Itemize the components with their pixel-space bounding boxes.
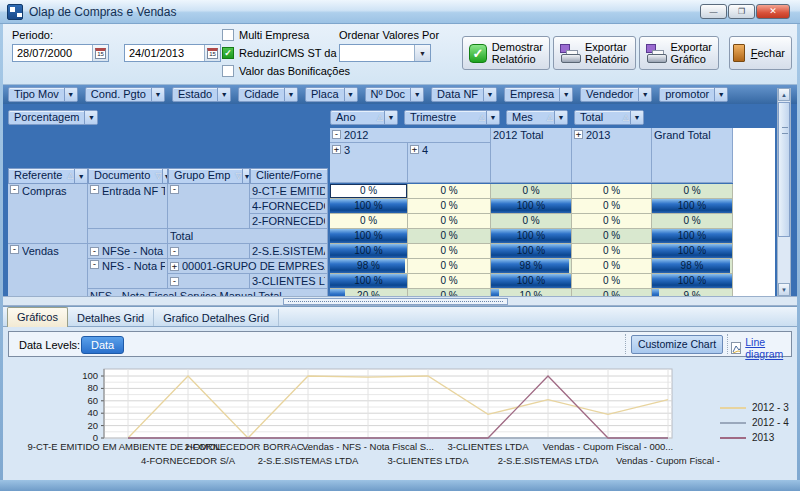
column-field-mes[interactable]: Mes△▼ bbox=[506, 110, 568, 125]
col-header-q3[interactable]: + 3 bbox=[330, 143, 408, 183]
pivot-value-cell[interactable]: 0 % bbox=[408, 229, 491, 244]
pivot-value-cell[interactable]: 0 % bbox=[572, 214, 652, 229]
pivot-value-cell[interactable]: 0 % bbox=[572, 244, 652, 259]
row-field-referente[interactable]: Referente△▼ bbox=[8, 168, 88, 184]
row-field-cliente-forne[interactable]: Cliente/Forne▽▼ bbox=[250, 168, 328, 184]
filter-button-n-doc[interactable]: Nº Doc▼ bbox=[365, 87, 425, 102]
pivot-value-cell[interactable]: 0 % bbox=[572, 184, 652, 199]
dropdown-arrow-icon[interactable]: ▼ bbox=[151, 88, 164, 101]
pivot-value-cell[interactable]: 0 % bbox=[572, 259, 652, 274]
col-header-grand-total[interactable]: Grand Total bbox=[652, 128, 733, 183]
collapse-icon[interactable]: - bbox=[90, 247, 99, 256]
pivot-row-label[interactable] bbox=[88, 229, 168, 244]
dropdown-arrow-icon[interactable]: ▼ bbox=[414, 45, 430, 61]
filter-button-empresa[interactable]: Empresa▼ bbox=[504, 87, 573, 102]
pivot-row-label[interactable]: -NFSe - Nota Fisca bbox=[88, 244, 168, 259]
pivot-value-cell[interactable]: 100 % bbox=[330, 274, 408, 289]
pivot-value-cell[interactable]: 0 % bbox=[652, 214, 733, 229]
dropdown-arrow-icon[interactable]: ▼ bbox=[483, 88, 496, 101]
filter-button-placa[interactable]: Placa▼ bbox=[305, 87, 358, 102]
pivot-row-label[interactable]: Total bbox=[168, 229, 328, 244]
pivot-value-cell[interactable]: 0 % bbox=[572, 229, 652, 244]
expand-icon[interactable]: + bbox=[170, 262, 179, 271]
pivot-row-label[interactable]: -Vendas bbox=[8, 244, 88, 296]
dropdown-arrow-icon[interactable]: ▼ bbox=[410, 88, 423, 101]
dropdown-arrow-icon[interactable]: ▼ bbox=[486, 111, 499, 124]
data-level-chip[interactable]: Data bbox=[81, 336, 124, 354]
filter-button-cidade[interactable]: Cidade▼ bbox=[238, 87, 298, 102]
customize-chart-button[interactable]: Customize Chart bbox=[631, 335, 723, 354]
pivot-value-cell[interactable]: 98 % bbox=[330, 259, 408, 274]
ordenar-select[interactable]: ▼ bbox=[339, 44, 431, 62]
column-field-total[interactable]: Total△▼ bbox=[574, 110, 644, 125]
exportar-relatorio-button[interactable]: ExportarRelatório bbox=[553, 36, 636, 70]
exportar-grafico-button[interactable]: ExportarGráfico bbox=[639, 36, 719, 70]
row-field-grupo-emp[interactable]: Grupo Emp▽▼ bbox=[168, 168, 250, 184]
pivot-value-cell[interactable]: 0 % bbox=[408, 184, 491, 199]
dropdown-arrow-icon[interactable]: ▼ bbox=[554, 111, 567, 124]
measure-button-porcentagem[interactable]: Porcentagem ▼ bbox=[8, 110, 98, 125]
date-from-value[interactable]: 28/07/2000 bbox=[13, 45, 92, 61]
pivot-row-label[interactable]: -Entrada NF Tercei bbox=[88, 184, 168, 229]
pivot-row-label[interactable]: - bbox=[168, 274, 250, 289]
dropdown-arrow-icon[interactable]: ▼ bbox=[84, 111, 97, 124]
pivot-value-cell[interactable]: 100 % bbox=[652, 274, 733, 289]
pivot-value-cell[interactable]: 10 % bbox=[491, 289, 572, 296]
horizontal-scrollbar[interactable] bbox=[3, 296, 797, 306]
pivot-value-cell[interactable]: 0 % bbox=[330, 214, 408, 229]
date-from-field[interactable]: 28/07/2000 15 bbox=[12, 44, 109, 62]
pivot-value-cell[interactable]: 100 % bbox=[652, 229, 733, 244]
calendar-button[interactable]: 15 bbox=[204, 45, 220, 61]
pivot-value-cell[interactable]: 0 % bbox=[572, 289, 652, 296]
dropdown-arrow-icon[interactable]: ▼ bbox=[638, 88, 651, 101]
dropdown-arrow-icon[interactable]: ▼ bbox=[242, 169, 250, 183]
column-field-ano[interactable]: Ano△▼ bbox=[330, 110, 398, 125]
dropdown-arrow-icon[interactable]: ▼ bbox=[384, 111, 397, 124]
pivot-row-label[interactable]: +00001-GRUPO DE EMPRESAS 1 bbox=[168, 259, 328, 274]
expand-icon[interactable]: + bbox=[574, 130, 583, 139]
filter-button-data-nf[interactable]: Data NF▼ bbox=[431, 87, 497, 102]
dropdown-arrow-icon[interactable]: ▼ bbox=[284, 88, 297, 101]
pivot-value-cell[interactable]: 0 % bbox=[408, 274, 491, 289]
pivot-row-label[interactable]: - bbox=[168, 184, 250, 229]
reduzir-icms-checkbox[interactable]: ✓ bbox=[222, 47, 234, 59]
pivot-row-label[interactable]: 2-FORNECEDOR B bbox=[250, 214, 328, 229]
pivot-row-label[interactable]: - bbox=[168, 244, 250, 259]
collapse-icon[interactable]: - bbox=[170, 185, 179, 194]
pivot-value-cell[interactable]: 100 % bbox=[491, 199, 572, 214]
dropdown-arrow-icon[interactable]: ▼ bbox=[217, 88, 230, 101]
pivot-value-cell[interactable]: 0 % bbox=[572, 274, 652, 289]
pivot-value-cell[interactable]: 0 % bbox=[408, 289, 491, 296]
pivot-value-cell[interactable]: 100 % bbox=[330, 244, 408, 259]
filter-button-vendedor[interactable]: Vendedor▼ bbox=[580, 87, 652, 102]
pivot-value-cell[interactable]: 100 % bbox=[491, 274, 572, 289]
filter-button-cond-pgto[interactable]: Cond. Pgto▼ bbox=[85, 87, 165, 102]
pivot-value-cell[interactable]: 0 % bbox=[652, 184, 733, 199]
collapse-icon[interactable]: - bbox=[170, 277, 179, 286]
pivot-value-cell[interactable]: 100 % bbox=[652, 199, 733, 214]
horizontal-scroll-thumb[interactable] bbox=[283, 298, 508, 305]
dropdown-arrow-icon[interactable]: ▼ bbox=[74, 169, 87, 183]
pivot-value-cell[interactable]: 98 % bbox=[491, 259, 572, 274]
expand-icon[interactable]: + bbox=[410, 145, 419, 154]
collapse-icon[interactable]: - bbox=[332, 130, 341, 139]
vertical-scroll-thumb[interactable] bbox=[778, 102, 790, 237]
pivot-value-cell[interactable]: 100 % bbox=[652, 244, 733, 259]
collapse-icon[interactable]: - bbox=[170, 247, 179, 256]
demostrar-relatorio-button[interactable]: ✓ DemostrarRelatório bbox=[462, 36, 550, 70]
pivot-value-cell[interactable]: 0 % bbox=[491, 214, 572, 229]
dropdown-arrow-icon[interactable]: ▼ bbox=[64, 88, 77, 101]
col-header-q4[interactable]: + 4 bbox=[408, 143, 491, 183]
dropdown-arrow-icon[interactable]: ▼ bbox=[344, 88, 357, 101]
collapse-icon[interactable]: - bbox=[90, 260, 99, 269]
pivot-value-cell[interactable]: 100 % bbox=[330, 229, 408, 244]
pivot-value-cell[interactable]: 9 % bbox=[652, 289, 733, 296]
pivot-row-label[interactable]: 9-CT-E EMITIDO E bbox=[250, 184, 328, 199]
pivot-value-cell[interactable]: 0 % bbox=[572, 199, 652, 214]
pivot-row-label[interactable]: 3-CLIENTES LTDA bbox=[250, 274, 328, 289]
col-header-2012-total[interactable]: 2012 Total bbox=[491, 128, 572, 183]
filter-button-tipo-mov[interactable]: Tipo Mov▼ bbox=[8, 87, 78, 102]
pivot-value-cell[interactable]: 0 % bbox=[330, 184, 408, 199]
minimize-button[interactable]: — bbox=[700, 4, 727, 19]
filter-button-estado[interactable]: Estado▼ bbox=[172, 87, 231, 102]
